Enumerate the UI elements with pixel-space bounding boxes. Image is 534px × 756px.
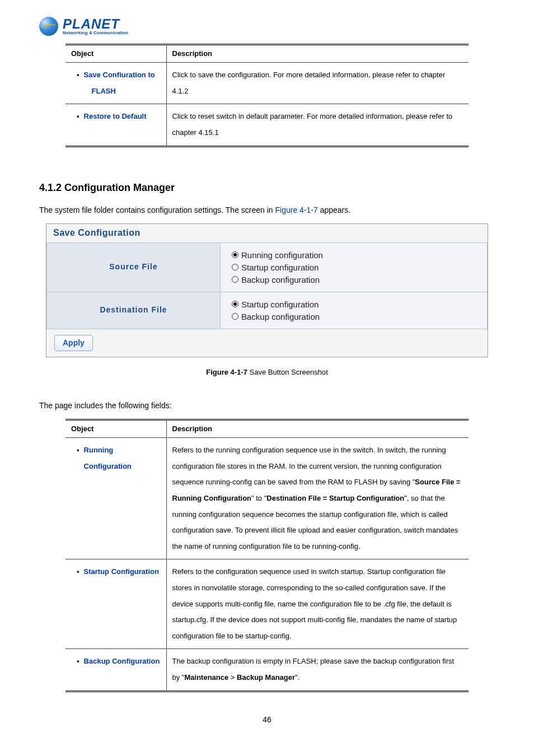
table-row: Backup Configuration The backup configur… (65, 649, 469, 691)
panel-title: Save Configuration (46, 224, 488, 242)
table-row: Save Confiuration toFLASH Click to save … (65, 63, 469, 104)
apply-button[interactable]: Apply (54, 335, 93, 352)
figure-link[interactable]: Figure 4-1-7 (275, 206, 318, 214)
logo-tagline: Networking & Communication (63, 31, 128, 35)
col-object: Object (65, 420, 166, 438)
save-configuration-screenshot: Save Configuration Source File Running c… (46, 223, 488, 357)
source-file-label: Source File (47, 242, 221, 292)
radio-backup-configuration-dest[interactable]: Backup configuration (232, 311, 476, 323)
figure-caption: Figure 4-1-7 Save Button Screenshot (39, 367, 495, 377)
col-description: Description (166, 420, 469, 438)
logo-globe-icon (39, 17, 58, 36)
radio-icon (232, 264, 238, 270)
radio-icon (232, 301, 238, 307)
lead-paragraph: The system file folder contains configur… (39, 205, 495, 216)
radio-startup-configuration[interactable]: Startup configuration (232, 262, 476, 273)
object-description-table-2: Object Description Running Configuration… (65, 419, 469, 692)
table-row: Running Configuration Refers to the runn… (65, 438, 469, 559)
radio-backup-configuration[interactable]: Backup configuration (232, 274, 476, 286)
table-row: Restore to Default Click to reset switch… (65, 104, 469, 146)
table-row: Startup Configuration Refers to the conf… (65, 559, 469, 649)
destination-file-label: Destination File (47, 292, 221, 329)
radio-running-configuration[interactable]: Running configuration (232, 249, 476, 261)
logo: PLANET Networking & Communication (39, 17, 495, 36)
radio-icon (232, 276, 238, 283)
radio-icon (232, 251, 238, 258)
logo-brand: PLANET (63, 17, 128, 31)
radio-startup-configuration-dest[interactable]: Startup configuration (232, 298, 476, 310)
object-description-table-1: Object Description Save Confiuration toF… (65, 44, 469, 147)
fields-intro: The page includes the following fields: (39, 400, 495, 412)
col-description: Description (166, 45, 469, 63)
radio-icon (232, 313, 238, 320)
page-number: 46 (39, 715, 495, 726)
section-heading: 4.1.2 Configuration Manager (39, 181, 495, 195)
col-object: Object (65, 45, 166, 63)
